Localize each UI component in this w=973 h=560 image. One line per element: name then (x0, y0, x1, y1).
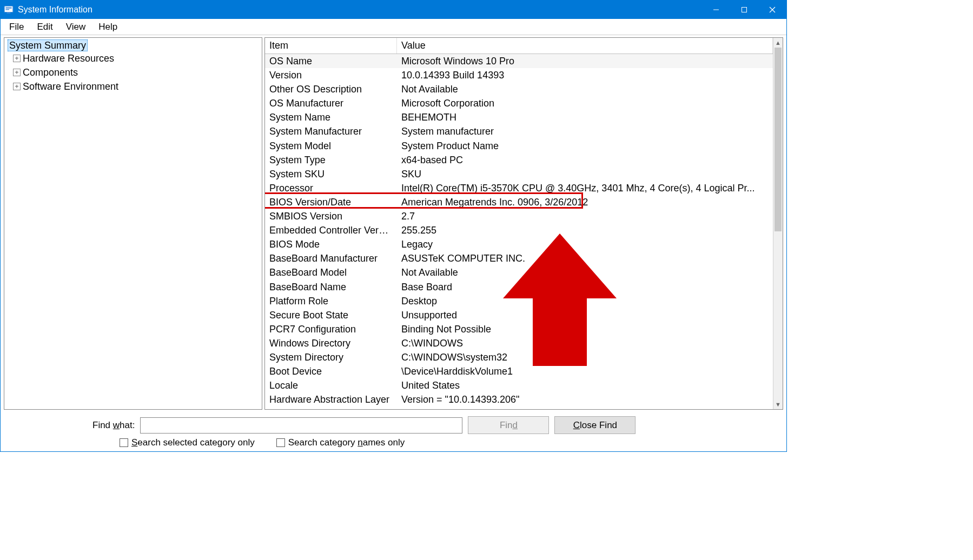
table-row[interactable]: BaseBoard ManufacturerASUSTeK COMPUTER I… (265, 251, 773, 265)
cell-value: Legacy (397, 237, 773, 251)
tree-item[interactable]: +Components (13, 65, 259, 79)
table-row[interactable]: System Typex64-based PC (265, 153, 773, 167)
find-bar: Find what: Find Close Find Search select… (1, 412, 786, 451)
find-label: Find what: (92, 420, 135, 431)
table-row[interactable]: System DirectoryC:\WINDOWS\system32 (265, 350, 773, 364)
table-row[interactable]: Other OS DescriptionNot Available (265, 82, 773, 96)
cell-item: System SKU (265, 167, 397, 181)
minimize-button[interactable] (702, 1, 730, 19)
details-list[interactable]: Item Value OS NameMicrosoft Windows 10 P… (265, 38, 773, 409)
column-item[interactable]: Item (265, 38, 397, 54)
cell-item: OS Name (265, 54, 397, 68)
table-row[interactable]: System NameBEHEMOTH (265, 110, 773, 124)
cell-value: C:\WINDOWS (397, 336, 773, 350)
maximize-button[interactable] (730, 1, 758, 19)
tree-item[interactable]: +Software Environment (13, 79, 259, 94)
table-row[interactable]: Boot Device\Device\HarddiskVolume1 (265, 364, 773, 378)
cell-item: Hardware Abstraction Layer (265, 392, 397, 406)
table-row[interactable]: System ManufacturerSystem manufacturer (265, 124, 773, 138)
find-input[interactable] (140, 417, 462, 434)
cell-item: BIOS Mode (265, 237, 397, 251)
search-category-names-checkbox[interactable]: Search category names only (276, 437, 405, 448)
table-row[interactable]: Version10.0.14393 Build 14393 (265, 68, 773, 82)
vertical-scrollbar[interactable]: ▲ ▼ (773, 38, 783, 409)
table-row[interactable]: System ModelSystem Product Name (265, 139, 773, 153)
tree-expand-icon[interactable]: + (13, 83, 21, 90)
svg-rect-1 (5, 8, 11, 9)
cell-item: System Type (265, 153, 397, 167)
cell-item: Version (265, 68, 397, 82)
cell-item: BaseBoard Model (265, 265, 397, 279)
menu-help[interactable]: Help (92, 19, 124, 35)
cell-value: x64-based PC (397, 153, 773, 167)
table-row[interactable]: Platform RoleDesktop (265, 294, 773, 308)
cell-item: System Model (265, 139, 397, 153)
table-row[interactable]: Embedded Controller Version255.255 (265, 223, 773, 237)
cell-item: System Directory (265, 350, 397, 364)
cell-value: Not Available (397, 82, 773, 96)
table-row[interactable]: Secure Boot StateUnsupported (265, 308, 773, 322)
table-row[interactable]: System SKUSKU (265, 167, 773, 181)
table-row[interactable]: BIOS Version/DateAmerican Megatrends Inc… (265, 195, 773, 209)
cell-value: System manufacturer (397, 124, 773, 138)
tree-expand-icon[interactable]: + (13, 69, 21, 76)
table-row[interactable]: Hardware Abstraction LayerVersion = "10.… (265, 392, 773, 406)
cell-value: United States (397, 378, 773, 392)
table-row[interactable]: Windows DirectoryC:\WINDOWS (265, 336, 773, 350)
cell-item: OS Manufacturer (265, 96, 397, 110)
table-row[interactable]: OS ManufacturerMicrosoft Corporation (265, 96, 773, 110)
column-value[interactable]: Value (397, 38, 773, 54)
cell-item: Locale (265, 378, 397, 392)
tree-expand-icon[interactable]: + (13, 55, 21, 62)
table-row[interactable]: BIOS ModeLegacy (265, 237, 773, 251)
tree-item-label: Software Environment (23, 79, 118, 94)
cell-value: 10.0.14393 Build 14393 (397, 68, 773, 82)
table-row[interactable]: OS NameMicrosoft Windows 10 Pro (265, 54, 773, 68)
cell-value: BEHEMOTH (397, 110, 773, 124)
category-tree[interactable]: System Summary +Hardware Resources+Compo… (4, 37, 262, 410)
table-row[interactable]: SMBIOS Version2.7 (265, 209, 773, 223)
svg-rect-5 (742, 8, 747, 12)
cell-value: 2.7 (397, 209, 773, 223)
cell-value: C:\WINDOWS\system32 (397, 350, 773, 364)
cell-item: Windows Directory (265, 336, 397, 350)
list-header: Item Value (265, 38, 773, 54)
cell-value: 255.255 (397, 223, 773, 237)
menu-edit[interactable]: Edit (30, 19, 59, 35)
cell-item: BIOS Version/Date (265, 195, 397, 209)
cell-item: PCR7 Configuration (265, 322, 397, 336)
tree-root[interactable]: System Summary (8, 40, 259, 51)
cell-value: Base Board (397, 280, 773, 294)
scroll-thumb[interactable] (775, 48, 782, 231)
menu-view[interactable]: View (59, 19, 92, 35)
close-button[interactable] (758, 1, 786, 19)
cell-value: System Product Name (397, 139, 773, 153)
close-find-button[interactable]: Close Find (554, 416, 636, 434)
cell-value: Microsoft Windows 10 Pro (397, 54, 773, 68)
table-row[interactable]: LocaleUnited States (265, 378, 773, 392)
table-row[interactable]: PCR7 ConfigurationBinding Not Possible (265, 322, 773, 336)
table-row[interactable]: ProcessorIntel(R) Core(TM) i5-3570K CPU … (265, 181, 773, 195)
cell-value: Intel(R) Core(TM) i5-3570K CPU @ 3.40GHz… (397, 181, 773, 195)
search-selected-category-checkbox[interactable]: Search selected category only (120, 437, 255, 448)
tree-root-label: System Summary (8, 39, 88, 51)
table-row[interactable]: BaseBoard NameBase Board (265, 280, 773, 294)
scroll-track[interactable] (773, 48, 783, 399)
checkbox-label: Search category names only (288, 437, 405, 448)
titlebar: System Information (1, 1, 786, 19)
tree-item[interactable]: +Hardware Resources (13, 51, 259, 65)
cell-value: Not Available (397, 265, 773, 279)
find-button[interactable]: Find (468, 416, 549, 434)
titlebar-left: System Information (4, 5, 92, 15)
menu-file[interactable]: File (3, 19, 30, 35)
cell-value: American Megatrends Inc. 0906, 3/26/2012 (397, 195, 773, 209)
svg-rect-2 (5, 9, 9, 10)
scroll-down-button[interactable]: ▼ (773, 399, 783, 409)
cell-item: Other OS Description (265, 82, 397, 96)
scroll-up-button[interactable]: ▲ (773, 38, 783, 48)
window-title: System Information (18, 5, 92, 15)
cell-item: System Name (265, 110, 397, 124)
table-row[interactable]: BaseBoard ModelNot Available (265, 265, 773, 279)
cell-value: Unsupported (397, 308, 773, 322)
table-row[interactable]: User NameBehemoth\Sticky (265, 406, 773, 409)
